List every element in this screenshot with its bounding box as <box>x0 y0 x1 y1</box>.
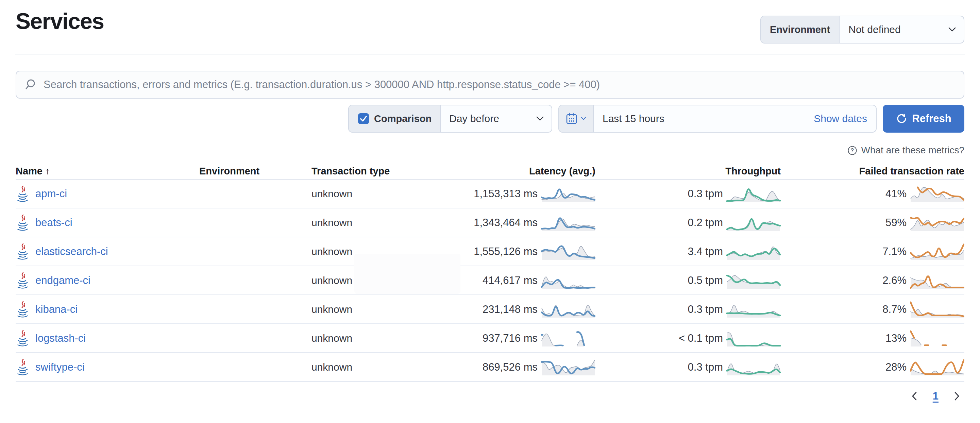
failed-rate-sparkline <box>910 185 964 203</box>
refresh-icon <box>896 113 907 124</box>
java-icon <box>16 359 29 375</box>
refresh-label: Refresh <box>912 113 951 125</box>
date-picker-quick-menu[interactable] <box>559 105 594 132</box>
service-name-cell: endgame-ci <box>16 272 199 289</box>
column-header-failed-rate[interactable]: Failed transaction rate <box>781 165 964 177</box>
column-header-name[interactable]: Name ↑ <box>16 165 199 177</box>
chevron-down-icon <box>948 27 956 32</box>
failed-rate-sparkline <box>910 214 964 232</box>
throughput-cell: 0.3 tpm <box>595 185 781 203</box>
next-page-button[interactable] <box>953 391 960 401</box>
time-range-value[interactable]: Last 15 hours <box>603 113 665 124</box>
service-name-link[interactable]: logstash-ci <box>35 332 86 345</box>
question-circle-icon: ? <box>847 146 857 156</box>
throughput-sparkline <box>726 185 781 203</box>
search-input[interactable]: Search transactions, errors and metrics … <box>43 78 600 91</box>
failed-rate-sparkline <box>910 301 964 318</box>
environment-filter-label: Environment <box>761 16 840 43</box>
previous-page-button[interactable] <box>911 391 918 401</box>
throughput-cell: 3.4 tpm <box>595 243 781 261</box>
throughput-value: 0.3 tpm <box>688 361 723 373</box>
latency-cell: 1,343,464 ms <box>473 214 595 232</box>
chevron-left-icon <box>911 391 918 401</box>
java-icon <box>16 186 29 202</box>
throughput-value: < 0.1 tpm <box>679 332 723 345</box>
service-name-link[interactable]: kibana-ci <box>35 303 78 316</box>
table-row: beats-ci unknown 1,343,464 ms 0.2 tpm 59… <box>16 208 964 237</box>
checkbox-checked-icon[interactable] <box>358 113 369 124</box>
throughput-value: 0.3 tpm <box>688 303 723 316</box>
failed-rate-sparkline <box>910 243 964 261</box>
service-name-link[interactable]: endgame-ci <box>35 274 91 287</box>
table-row: endgame-ci unknown 414,617 ms 0.5 tpm 2.… <box>16 266 964 295</box>
failed-rate-cell: 13% <box>781 329 964 347</box>
calendar-icon <box>566 113 578 125</box>
latency-cell: 869,526 ms <box>473 358 595 376</box>
metrics-help: ? What are these metrics? <box>16 145 964 156</box>
failed-rate-sparkline <box>910 329 964 347</box>
throughput-sparkline <box>726 214 781 232</box>
service-name-link[interactable]: swiftype-ci <box>35 361 85 373</box>
comparison-label: Comparison <box>374 113 431 124</box>
page-number-current[interactable]: 1 <box>933 390 939 402</box>
throughput-sparkline <box>726 243 781 261</box>
throughput-value: 0.2 tpm <box>688 216 723 229</box>
column-header-throughput[interactable]: Throughput <box>595 165 781 177</box>
latency-cell: 937,716 ms <box>473 329 595 347</box>
table-row: swiftype-ci unknown 869,526 ms 0.3 tpm 2… <box>16 353 964 382</box>
redacted-area <box>354 254 460 294</box>
service-name-link[interactable]: beats-ci <box>35 216 72 229</box>
failed-rate-cell: 28% <box>781 358 964 376</box>
java-icon <box>16 272 29 289</box>
throughput-sparkline <box>726 358 781 376</box>
service-name-link[interactable]: elasticsearch-ci <box>35 245 108 258</box>
latency-sparkline <box>541 358 595 376</box>
date-picker-body: Last 15 hours Show dates <box>594 105 876 132</box>
latency-value: 1,153,313 ms <box>474 188 538 200</box>
failed-rate-value: 59% <box>886 216 907 229</box>
service-name-cell: swiftype-ci <box>16 359 199 375</box>
latency-value: 231,148 ms <box>482 303 538 316</box>
latency-sparkline <box>541 243 595 261</box>
service-name-link[interactable]: apm-ci <box>35 188 67 200</box>
column-header-latency[interactable]: Latency (avg.) <box>473 165 595 177</box>
throughput-cell: < 0.1 tpm <box>595 329 781 347</box>
failed-rate-value: 8.7% <box>882 303 907 316</box>
latency-value: 1,343,464 ms <box>474 216 538 229</box>
latency-value: 937,716 ms <box>482 332 538 345</box>
show-dates-button[interactable]: Show dates <box>814 113 867 124</box>
refresh-button[interactable]: Refresh <box>883 105 964 133</box>
throughput-cell: 0.3 tpm <box>595 301 781 318</box>
service-name-cell: beats-ci <box>16 215 199 231</box>
throughput-sparkline <box>726 301 781 318</box>
service-name-cell: logstash-ci <box>16 330 199 347</box>
services-table: Name ↑ Environment Transaction type Late… <box>16 163 964 382</box>
comparison-toggle[interactable]: Comparison <box>349 105 441 132</box>
latency-cell: 1,153,313 ms <box>473 185 595 203</box>
sort-ascending-icon: ↑ <box>45 166 50 177</box>
environment-filter[interactable]: Environment Not defined <box>760 16 964 43</box>
failed-rate-value: 41% <box>886 188 907 200</box>
comparison-select[interactable]: Day before <box>441 105 552 132</box>
latency-cell: 414,617 ms <box>473 272 595 289</box>
throughput-cell: 0.3 tpm <box>595 358 781 376</box>
column-header-transaction-type[interactable]: Transaction type <box>312 165 473 177</box>
service-name-cell: kibana-ci <box>16 301 199 318</box>
column-header-environment[interactable]: Environment <box>199 165 312 177</box>
date-picker: Last 15 hours Show dates <box>558 105 877 133</box>
table-row: apm-ci unknown 1,153,313 ms 0.3 tpm 41% <box>16 180 964 208</box>
failed-rate-sparkline <box>910 358 964 376</box>
latency-cell: 231,148 ms <box>473 301 595 318</box>
search-icon <box>24 78 37 91</box>
comparison-select-value: Day before <box>449 113 536 124</box>
failed-rate-sparkline <box>910 272 964 289</box>
table-row: kibana-ci unknown 231,148 ms 0.3 tpm 8.7… <box>16 295 964 324</box>
search-bar[interactable]: Search transactions, errors and metrics … <box>16 71 964 99</box>
transaction-type-cell: unknown <box>312 361 473 373</box>
pagination: 1 <box>16 382 964 410</box>
chevron-down-icon <box>536 116 544 121</box>
service-name-cell: apm-ci <box>16 186 199 202</box>
environment-filter-select[interactable]: Not defined <box>840 16 964 43</box>
throughput-value: 3.4 tpm <box>688 245 723 258</box>
metrics-help-link[interactable]: What are these metrics? <box>861 145 964 156</box>
